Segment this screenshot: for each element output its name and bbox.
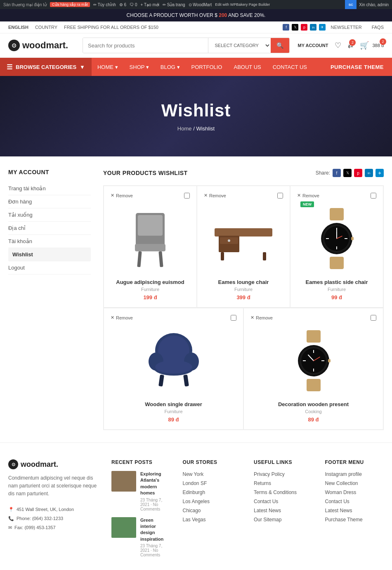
share-twitter-icon[interactable]: 𝕏 bbox=[343, 169, 352, 177]
link-latest-news[interactable]: Latest News bbox=[254, 507, 313, 513]
product-category-1: Furniture bbox=[111, 287, 190, 292]
cart-badge: 2 bbox=[380, 38, 386, 45]
menu-instagram[interactable]: Instagram profile bbox=[325, 471, 384, 477]
remove-product-2[interactable]: ✕ Remove bbox=[204, 193, 283, 198]
admin-site-label: Sàn thương mại điện tử bbox=[3, 2, 47, 7]
nav-portfolio[interactable]: PORTFOLIO bbox=[186, 58, 228, 76]
sidebar-item-downloads[interactable]: Tải xuống bbox=[8, 208, 91, 222]
admin-new[interactable]: 🗨 0 bbox=[130, 2, 137, 7]
menu-purchase-theme[interactable]: Purchase Theme bbox=[325, 516, 384, 523]
product-price-4: 89 đ bbox=[111, 416, 236, 423]
store-london-sf[interactable]: London SF bbox=[183, 480, 242, 486]
admin-bar-right: SC Xin chào, admin bbox=[345, 0, 389, 9]
facebook-topbar-icon[interactable]: f bbox=[283, 24, 289, 31]
wishlist-header-icon[interactable]: ♡ bbox=[335, 41, 341, 50]
menu-latest-news[interactable]: Latest News bbox=[325, 507, 384, 513]
nav-contact[interactable]: CONTACT US bbox=[267, 58, 313, 76]
compare-header-icon[interactable]: ⇄ 2 bbox=[348, 42, 353, 50]
remove-icon-5: ✕ bbox=[250, 315, 254, 320]
sidebar-item-account[interactable]: Trang tài khoản bbox=[8, 182, 91, 195]
remove-product-5[interactable]: ✕ Remove bbox=[250, 315, 376, 320]
nav-home[interactable]: HOME ▾ bbox=[92, 58, 124, 76]
search-button[interactable]: 🔍 bbox=[271, 38, 289, 53]
breadcrumb-home[interactable]: Home bbox=[177, 125, 192, 132]
country-selector[interactable]: COUNTRY bbox=[35, 25, 57, 30]
footer-posts-title: RECENT POSTS bbox=[111, 459, 170, 465]
checkbox-product-1[interactable] bbox=[184, 193, 190, 199]
admin-add-new[interactable]: + Tạo mới bbox=[141, 2, 159, 7]
remove-icon-2: ✕ bbox=[204, 193, 208, 198]
store-chicago[interactable]: Chicago bbox=[183, 507, 242, 513]
location-icon: 📍 bbox=[8, 505, 14, 514]
admin-comments[interactable]: ⚙ 6 bbox=[119, 2, 126, 7]
product-grid-row2: ✕ Remove bbox=[103, 308, 384, 430]
link-contact[interactable]: Contact Us bbox=[254, 498, 313, 504]
footer-post-title-1[interactable]: Exploring Atlanta's modern homes bbox=[140, 471, 170, 497]
twitter-topbar-icon[interactable]: 𝕏 bbox=[292, 24, 298, 31]
sidebar-item-logout[interactable]: Logout bbox=[8, 261, 91, 274]
sidebar-item-orders[interactable]: Đơn hàng bbox=[8, 195, 91, 208]
link-terms[interactable]: Terms & Conditions bbox=[254, 489, 313, 495]
admin-wpbakery[interactable]: Edit with WPBakery Page Builder bbox=[215, 2, 270, 7]
footer-fax: ✉ Fax: (099) 453-1357 bbox=[8, 523, 99, 532]
share-telegram-icon[interactable]: ✈ bbox=[375, 169, 384, 177]
category-select[interactable]: SELECT CATEGORY Furniture Cooking Electr… bbox=[208, 38, 271, 53]
nav-blog[interactable]: BLOG ▾ bbox=[155, 58, 186, 76]
admin-woodmart[interactable]: ⊙ WoodMart bbox=[189, 2, 212, 7]
lang-selector[interactable]: ENGLISH bbox=[8, 25, 28, 30]
menu-woman-dress[interactable]: Woman Dress bbox=[325, 489, 384, 495]
nav-about[interactable]: ABOUT US bbox=[228, 58, 267, 76]
checkbox-product-2[interactable] bbox=[277, 193, 283, 199]
browse-categories-button[interactable]: ☰ BROWSE CATEGORIES ▼ bbox=[0, 58, 92, 76]
share-pinterest-icon[interactable]: p bbox=[354, 169, 362, 177]
search-input[interactable] bbox=[83, 38, 208, 53]
store-edinburgh[interactable]: Edinburgh bbox=[183, 489, 242, 495]
sidebar-item-taikhoan[interactable]: Tài khoản bbox=[8, 235, 91, 248]
remove-product-4[interactable]: ✕ Remove bbox=[111, 315, 236, 320]
product-image-5 bbox=[250, 324, 376, 398]
footer-recent-posts: RECENT POSTS Exploring Atlanta's modern … bbox=[111, 459, 170, 563]
admin-edit-page[interactable]: ✏ Sửa trang bbox=[163, 2, 185, 7]
sidebar-item-address[interactable]: Địa chỉ bbox=[8, 222, 91, 235]
product-price-3: 99 đ bbox=[297, 294, 376, 300]
footer-logo: ⊙ woodmart. bbox=[8, 459, 99, 469]
store-los-angeles[interactable]: Los Angeles bbox=[183, 498, 242, 504]
share-linkedin-icon[interactable]: in bbox=[365, 169, 373, 177]
faqs-link[interactable]: FAQS bbox=[372, 25, 384, 30]
pinterest-topbar-icon[interactable]: p bbox=[301, 24, 307, 31]
checkbox-product-4[interactable] bbox=[231, 315, 236, 321]
nav-shop[interactable]: SHOP ▾ bbox=[124, 58, 155, 76]
checkbox-product-3[interactable] bbox=[371, 193, 376, 199]
link-sitemap[interactable]: Our Sitemap bbox=[254, 516, 313, 523]
sidebar-item-wishlist[interactable]: Wishlist bbox=[8, 248, 91, 261]
remove-product-1[interactable]: ✕ Remove bbox=[111, 193, 190, 198]
newsletter-link[interactable]: NEWSLETTER bbox=[331, 25, 361, 30]
remove-product-3[interactable]: ✕ Remove bbox=[297, 193, 376, 198]
telegram-topbar-icon[interactable]: ✈ bbox=[319, 24, 326, 31]
page-hero: Wishlist Home / Wishlist bbox=[0, 76, 392, 156]
product-item-3: ✕ Remove NEW bbox=[290, 186, 383, 307]
store-las-vegas[interactable]: Las Vegas bbox=[183, 516, 242, 523]
menu-new-collection[interactable]: New Collection bbox=[325, 480, 384, 486]
site-logo[interactable]: ⊙ woodmart. bbox=[8, 40, 74, 51]
browse-categories-label: BROWSE CATEGORIES bbox=[16, 64, 76, 70]
my-account-link[interactable]: MY ACCOUNT bbox=[298, 43, 328, 48]
svg-rect-29 bbox=[158, 374, 164, 386]
svg-rect-5 bbox=[215, 228, 272, 237]
link-privacy[interactable]: Privacy Policy bbox=[254, 471, 313, 477]
share-row: Share: f 𝕏 p in ✈ bbox=[316, 169, 384, 177]
compare-badge: 2 bbox=[349, 39, 356, 46]
purchase-theme-link[interactable]: PURCHASE THEME bbox=[331, 64, 384, 70]
cart-header-icon[interactable]: 🛒 2 388 đ bbox=[360, 41, 384, 50]
checkbox-product-5[interactable] bbox=[371, 315, 376, 321]
link-returns[interactable]: Returns bbox=[254, 480, 313, 486]
remove-icon-1: ✕ bbox=[111, 193, 114, 198]
share-facebook-icon[interactable]: f bbox=[333, 169, 341, 177]
svg-rect-15 bbox=[330, 257, 344, 269]
store-new-york[interactable]: New York bbox=[183, 471, 242, 477]
linkedin-topbar-icon[interactable]: in bbox=[310, 24, 316, 31]
footer-post-title-2[interactable]: Green interior design inspiration bbox=[140, 517, 170, 543]
admin-store-label: Cửa hàng sắp ra mắt bbox=[50, 2, 90, 7]
admin-customize[interactable]: ✏ Tùy chỉnh bbox=[93, 2, 116, 7]
menu-contact[interactable]: Contact Us bbox=[325, 498, 384, 504]
